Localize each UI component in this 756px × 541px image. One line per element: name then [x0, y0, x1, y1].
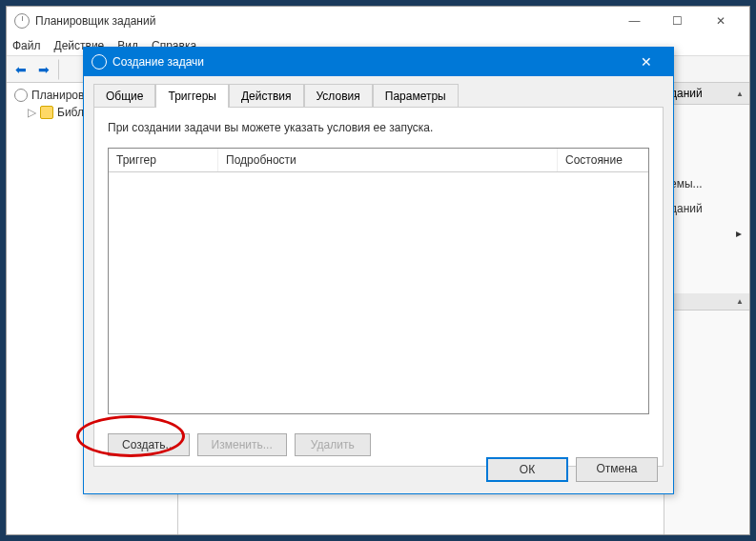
edit-trigger-button: Изменить... — [197, 433, 287, 456]
ok-button[interactable]: ОК — [486, 457, 568, 482]
main-title: Планировщик заданий — [35, 14, 613, 28]
separator — [58, 59, 60, 80]
delete-trigger-button: Удалить — [295, 433, 371, 456]
menu-file[interactable]: Файл — [12, 39, 41, 52]
minimize-button[interactable]: — — [613, 8, 656, 34]
forward-button[interactable]: ➡ — [33, 59, 54, 80]
column-state[interactable]: Состояние — [558, 149, 648, 171]
expand-icon[interactable]: ▷ — [28, 106, 36, 119]
clock-icon — [14, 13, 30, 29]
table-header: Триггер Подробности Состояние — [109, 149, 648, 172]
up-button[interactable] — [64, 59, 85, 80]
tab-settings[interactable]: Параметры — [373, 84, 459, 108]
collapse-icon[interactable]: ▲ — [736, 90, 744, 98]
actions-pane: даний ▲ емы... даний ▸ ▲ — [664, 83, 749, 534]
more-arrow[interactable]: ▸ — [664, 221, 749, 246]
create-task-dialog: Создание задачи ✕ Общие Триггеры Действи… — [83, 47, 674, 494]
close-button[interactable]: ✕ — [699, 8, 742, 34]
action-item[interactable]: даний — [664, 196, 749, 221]
new-trigger-button[interactable]: Создать... — [108, 433, 190, 456]
clock-icon — [92, 54, 107, 70]
trigger-table: Триггер Подробности Состояние — [108, 148, 649, 414]
maximize-button[interactable]: ☐ — [656, 8, 699, 34]
dialog-close-button[interactable]: ✕ — [627, 49, 665, 75]
actions-header: даний ▲ — [664, 83, 749, 105]
scheduler-icon — [14, 89, 28, 102]
actions-header-text: даний — [670, 87, 703, 100]
tab-actions[interactable]: Действия — [229, 84, 304, 108]
actions-subheader: ▲ — [664, 293, 749, 311]
tab-panel-triggers: При создании задачи вы можете указать ус… — [93, 107, 664, 467]
tabstrip: Общие Триггеры Действия Условия Параметр… — [84, 76, 673, 108]
main-titlebar: Планировщик заданий — ☐ ✕ — [7, 7, 749, 35]
column-details[interactable]: Подробности — [218, 149, 558, 171]
tab-general[interactable]: Общие — [93, 84, 155, 108]
collapse-icon[interactable]: ▲ — [736, 297, 744, 306]
cancel-button[interactable]: Отмена — [576, 457, 658, 482]
back-button[interactable]: ⬅ — [10, 59, 31, 80]
dialog-titlebar[interactable]: Создание задачи ✕ — [84, 48, 673, 76]
action-item[interactable]: емы... — [664, 171, 749, 196]
panel-description: При создании задачи вы можете указать ус… — [108, 121, 649, 134]
dialog-buttons: ОК Отмена — [486, 457, 658, 482]
tab-triggers[interactable]: Триггеры — [155, 84, 229, 108]
trigger-actions: Создать... Изменить... Удалить — [108, 433, 371, 456]
column-trigger[interactable]: Триггер — [109, 149, 218, 171]
tab-conditions[interactable]: Условия — [304, 84, 373, 108]
dialog-title: Создание задачи — [112, 55, 627, 69]
folder-icon — [40, 106, 53, 119]
